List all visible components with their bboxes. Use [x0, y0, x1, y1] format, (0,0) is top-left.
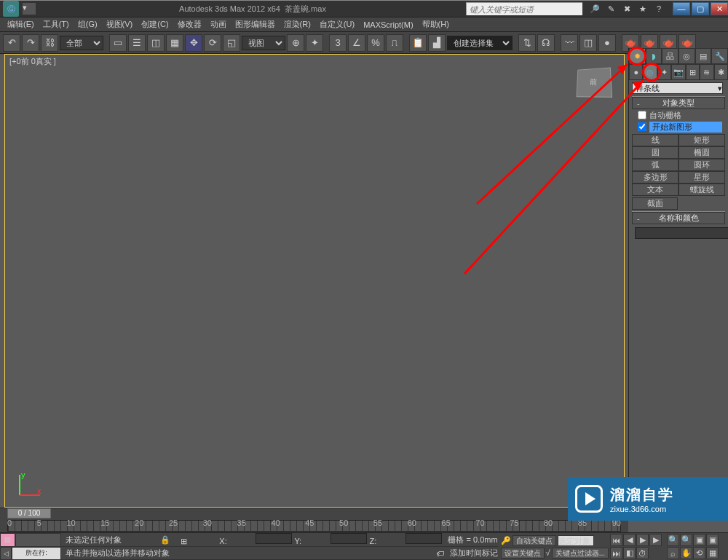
- play-button[interactable]: ▶: [636, 534, 649, 546]
- pivot-button[interactable]: ⊕: [287, 34, 304, 52]
- fov-button[interactable]: ⌕: [667, 547, 679, 559]
- macro-recorder-field[interactable]: [15, 533, 61, 547]
- helpers-subtab[interactable]: ⊞: [686, 64, 700, 80]
- pan-button[interactable]: ✋: [680, 547, 692, 559]
- infocenter-search[interactable]: [466, 2, 582, 15]
- material-editor-button[interactable]: ●: [598, 34, 616, 52]
- autokey-button[interactable]: 自动关键点: [513, 535, 556, 546]
- viewport[interactable]: [+0前 0真实 ] 前 y x: [4, 54, 625, 508]
- menu-create[interactable]: 创建(C): [137, 19, 173, 30]
- favorite-icon[interactable]: ★: [636, 2, 649, 15]
- viewport-label[interactable]: [+0前 0真实 ]: [9, 56, 56, 67]
- app-menu-button[interactable]: ▾: [22, 2, 36, 15]
- motion-tab[interactable]: ◎: [678, 48, 695, 64]
- rotate-button[interactable]: ⟳: [204, 34, 221, 52]
- ngon-button[interactable]: 多边形: [632, 171, 678, 184]
- key-mode-button[interactable]: ◧: [623, 547, 636, 559]
- systems-subtab[interactable]: ✱: [714, 64, 728, 80]
- shapes-category-dropdown[interactable]: 样条线▾: [632, 82, 723, 94]
- section-button[interactable]: 截面: [632, 197, 678, 210]
- restore-button[interactable]: ▢: [692, 2, 709, 15]
- key-selset[interactable]: 选定对象: [558, 535, 594, 546]
- subscription-icon[interactable]: ✎: [604, 2, 617, 15]
- time-slider-handle[interactable]: 0 / 100: [7, 508, 51, 518]
- layer-filter-select[interactable]: 全部: [60, 36, 103, 50]
- ref-coord-select[interactable]: 视图: [242, 36, 285, 50]
- rectangle-button[interactable]: 矩形: [678, 134, 725, 146]
- ellipse-button[interactable]: 椭圆: [678, 146, 725, 159]
- scale-button[interactable]: ◱: [223, 34, 240, 52]
- zoom-extents-button[interactable]: ▣: [693, 534, 705, 546]
- named-sel-button[interactable]: 📋: [409, 34, 427, 52]
- hierarchy-tab[interactable]: 品: [662, 48, 678, 64]
- zoom-button[interactable]: 🔍: [667, 534, 679, 546]
- key-filter-icon[interactable]: √: [546, 548, 550, 557]
- circle-button[interactable]: 圆: [632, 146, 678, 159]
- window-crossing-button[interactable]: ▦: [166, 34, 183, 52]
- menu-views[interactable]: 视图(V): [102, 19, 138, 30]
- goto-end-button[interactable]: ⏭: [610, 547, 622, 559]
- time-config-button[interactable]: ⏱: [636, 547, 649, 559]
- line-button[interactable]: 线: [632, 134, 678, 146]
- redo-button[interactable]: ↷: [22, 34, 39, 52]
- layers-button[interactable]: ☊: [537, 34, 555, 52]
- start-new-shape-button[interactable]: 开始新图形: [649, 122, 722, 133]
- menu-tools[interactable]: 工具(T): [39, 19, 74, 30]
- cameras-subtab[interactable]: 📷: [671, 64, 685, 80]
- text-button[interactable]: 文本: [632, 184, 678, 196]
- angle-snap-button[interactable]: ∠: [348, 34, 365, 52]
- search-icon[interactable]: 🔎: [588, 2, 601, 15]
- zoom-all-button[interactable]: 🔍: [680, 534, 692, 546]
- menu-edit[interactable]: 编辑(E): [3, 19, 39, 30]
- menu-grapheditors[interactable]: 图形编辑器: [231, 19, 280, 30]
- menu-maxscript[interactable]: MAXScript(M): [359, 20, 417, 29]
- selection-set-select[interactable]: 创建选择集: [447, 36, 513, 50]
- orbit-button[interactable]: ⟲: [693, 547, 705, 559]
- setkey-button[interactable]: 设置关键点: [501, 548, 545, 559]
- name-color-header[interactable]: 名称和颜色: [632, 212, 725, 224]
- key-filters-button[interactable]: 关键点过滤器...: [552, 548, 609, 559]
- help-icon[interactable]: ?: [652, 2, 665, 15]
- utilities-tab[interactable]: 🔧: [711, 48, 728, 64]
- start-new-checkbox[interactable]: [638, 122, 646, 131]
- select-button[interactable]: ▭: [109, 34, 127, 52]
- prev-frame-button[interactable]: ◀: [623, 534, 636, 546]
- curve-editor-button[interactable]: 〰: [561, 34, 578, 52]
- select-name-button[interactable]: ☰: [128, 34, 146, 52]
- manipulate-button[interactable]: ✦: [306, 34, 323, 52]
- menu-animation[interactable]: 动画: [206, 19, 231, 30]
- viewcube[interactable]: 前: [577, 67, 613, 98]
- link-button[interactable]: ⛓: [41, 34, 58, 52]
- snap-toggle-button[interactable]: 3: [329, 34, 347, 52]
- goto-start-button[interactable]: ⏮: [610, 534, 622, 546]
- add-time-tag[interactable]: 添加时间标记: [450, 548, 498, 559]
- y-coord-input[interactable]: [331, 533, 367, 544]
- close-button[interactable]: ✕: [711, 2, 728, 15]
- listener-field[interactable]: 所在行:: [12, 547, 61, 561]
- menu-modifiers[interactable]: 修改器: [173, 19, 206, 30]
- menu-rendering[interactable]: 渲染(R): [280, 19, 315, 30]
- undo-button[interactable]: ↶: [3, 34, 20, 52]
- star-button[interactable]: 星形: [678, 171, 725, 184]
- prompt-toggle[interactable]: ◁: [0, 547, 12, 561]
- exchange-icon[interactable]: ✖: [620, 2, 633, 15]
- infocenter-search-input[interactable]: [467, 3, 582, 15]
- z-coord-input[interactable]: [405, 533, 442, 544]
- spinner-snap-button[interactable]: ⎍: [386, 34, 403, 52]
- x-coord-input[interactable]: [256, 533, 292, 544]
- coord-mode-icon[interactable]: ⊞: [181, 537, 217, 546]
- move-button[interactable]: ✥: [185, 34, 202, 52]
- space-warps-subtab[interactable]: ≋: [700, 64, 713, 80]
- menu-group[interactable]: 组(G): [74, 19, 102, 30]
- percent-snap-button[interactable]: %: [367, 34, 384, 52]
- align-button[interactable]: ⇅: [518, 34, 536, 52]
- maxscript-mini-button[interactable]: ▤: [0, 533, 15, 547]
- select-region-button[interactable]: ◫: [147, 34, 165, 52]
- menu-help[interactable]: 帮助(H): [418, 19, 454, 30]
- maximize-viewport-button[interactable]: ▦: [706, 547, 719, 559]
- modify-tab[interactable]: ◗: [646, 48, 662, 64]
- object-name-input[interactable]: [635, 227, 728, 239]
- lock-icon[interactable]: 🔒: [160, 535, 170, 545]
- object-type-header[interactable]: 对象类型: [632, 97, 725, 109]
- donut-button[interactable]: 圆环: [678, 159, 725, 171]
